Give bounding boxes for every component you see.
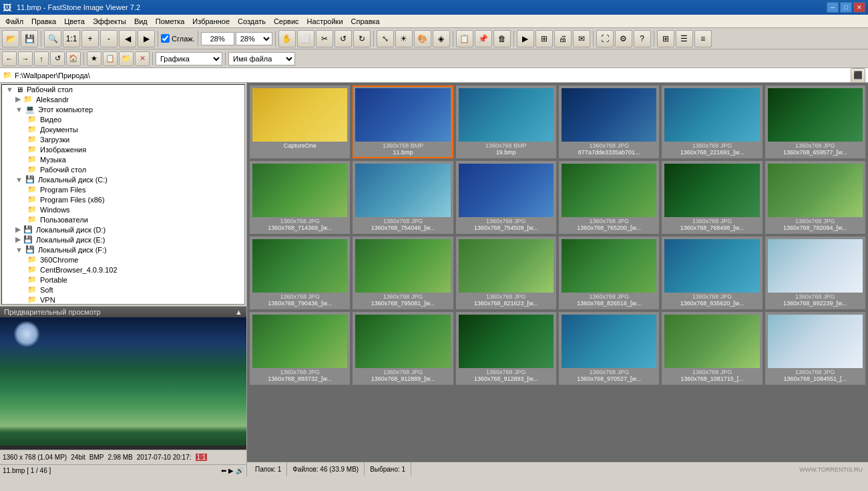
tree-item[interactable]: 📁Документы xyxy=(2,124,244,134)
maximize-button[interactable]: □ xyxy=(840,2,852,13)
zoom-out-button[interactable]: - xyxy=(100,30,118,47)
thumbnail-item[interactable]: 1360x768 JPG1360x768_782094_[w... xyxy=(765,161,865,234)
tree-item[interactable]: 📁Program Files xyxy=(2,184,244,194)
print-button[interactable]: 🖨 xyxy=(554,30,572,47)
preview-collapse-icon[interactable]: ▲ xyxy=(235,308,242,316)
hand-tool-button[interactable]: ✋ xyxy=(278,30,296,47)
thumbnail-item[interactable]: 1360x768 JPG1360x768_912893_[w... xyxy=(456,312,556,385)
menu-item-избранное[interactable]: Избранное xyxy=(188,16,234,27)
settings-button[interactable]: ⚙ xyxy=(615,30,632,47)
thumbnail-item[interactable]: 1360x768 JPG1360x768_221691_[w... xyxy=(662,86,762,158)
next-button[interactable]: ▶ xyxy=(138,30,155,47)
thumbnail-item[interactable]: 1360x768 JPG1360x768_714369_[w... xyxy=(250,161,350,234)
thumbnail-item[interactable]: 1360x768 JPG1360x768_912889_[w... xyxy=(353,312,453,385)
list-view-button[interactable]: ☰ xyxy=(676,30,693,47)
menu-item-правка[interactable]: Правка xyxy=(27,16,60,27)
zoom-select[interactable]: 28%50%100%Fit xyxy=(236,32,272,45)
tree-item[interactable]: ▼💾Локальный диск (C:) xyxy=(2,174,244,184)
filter-select[interactable]: Графика Все файлы xyxy=(156,52,222,65)
nav-copy-path[interactable]: 📋 xyxy=(103,51,118,66)
tree-item[interactable]: 📁Изображения xyxy=(2,144,244,154)
copy-button[interactable]: 📋 xyxy=(456,30,473,47)
tree-item[interactable]: 📁VPN xyxy=(2,295,244,305)
tree-item[interactable]: ▶📁Aleksandr xyxy=(2,94,244,104)
thumbnail-item[interactable]: 1360x768 JPG1360x768_821623_[w... xyxy=(456,236,556,309)
thumbnail-item[interactable]: 1360x768 JPG1360x768_1084551_[... xyxy=(765,312,865,385)
menu-item-цвета[interactable]: Цвета xyxy=(60,16,89,27)
slideshow-button[interactable]: ▶ xyxy=(517,30,534,47)
tree-item[interactable]: 📁Program Files (x86) xyxy=(2,194,244,204)
tree-item[interactable]: 📁Windows xyxy=(2,204,244,214)
tree-item[interactable]: 📁Рабочий стол xyxy=(2,164,244,174)
nav-forward-button[interactable]: → xyxy=(18,51,33,66)
zoom-in-button[interactable]: + xyxy=(81,30,99,47)
nav-back-button[interactable]: ← xyxy=(2,51,17,66)
thumbnail-item[interactable]: 1360x768 JPG1360x768_754509_[w... xyxy=(456,161,556,234)
thumbnail-item[interactable]: 1360x768 BMP11.bmp xyxy=(353,86,453,158)
rotate-right-button[interactable]: ↻ xyxy=(353,30,371,47)
close-button[interactable]: ✕ xyxy=(853,2,865,13)
thumbnail-item[interactable]: 1360x768 JPG1360x768_1081715_[... xyxy=(662,312,762,385)
thumbnail-view-button[interactable]: ⊞ xyxy=(657,30,674,47)
menu-item-справка[interactable]: Справка xyxy=(347,16,384,27)
tree-item[interactable]: ▼🖥Рабочий стол xyxy=(2,85,244,94)
tree-item[interactable]: 📁Загрузки xyxy=(2,134,244,144)
thumbnail-item[interactable]: 1360x768 BMP19.bmp xyxy=(456,86,556,158)
thumbnail-item[interactable]: 1360x768 JPG1360x768_835620_[w... xyxy=(662,236,762,309)
tree-item[interactable]: ▶💾Локальный диск (D:) xyxy=(2,224,244,234)
tree-item[interactable]: 📁Пользователи xyxy=(2,214,244,224)
menu-item-настройки[interactable]: Настройки xyxy=(303,16,347,27)
details-view-button[interactable]: ≡ xyxy=(694,30,712,47)
nav-icons[interactable]: ⬅ ▶ 🔊 xyxy=(221,467,244,474)
rotate-left-button[interactable]: ↺ xyxy=(335,30,352,47)
compare-button[interactable]: ⊞ xyxy=(535,30,553,47)
menu-item-создать[interactable]: Создать xyxy=(234,16,270,27)
smooth-checkbox[interactable]: Сглаж. xyxy=(161,34,195,43)
zoom-value[interactable]: 28% xyxy=(201,32,234,45)
thumbnail-item[interactable]: 1360x768 JPG1360x768_768498_[w... xyxy=(662,161,762,234)
open-button[interactable]: 📂 xyxy=(2,30,19,47)
thumbnail-item[interactable]: 1360x768 JPG1360x768_892239_[w... xyxy=(765,236,865,309)
thumbnail-item[interactable]: 1360x768 JPG1360x768_795081_[w... xyxy=(353,236,453,309)
zoom-actual-button[interactable]: 1:1 xyxy=(63,30,80,47)
menu-item-пометка[interactable]: Пометка xyxy=(152,16,189,27)
tree-item[interactable]: 📁Soft xyxy=(2,285,244,295)
email-button[interactable]: ✉ xyxy=(573,30,590,47)
tree-item[interactable]: 📁360Chrome xyxy=(2,255,244,265)
pathbar-expand[interactable]: ⬛ xyxy=(851,68,865,83)
tree-item[interactable]: 📁Музыка xyxy=(2,154,244,164)
nav-new-folder[interactable]: 📁 xyxy=(119,51,134,66)
help-button[interactable]: ? xyxy=(634,30,651,47)
fullscreen-button[interactable]: ⛶ xyxy=(596,30,614,47)
nav-bookmarks[interactable]: ★ xyxy=(87,51,101,66)
color-button[interactable]: 🎨 xyxy=(414,30,431,47)
sort-select[interactable]: Имя файла Дата Размер xyxy=(228,52,295,65)
thumbnail-item[interactable]: 1360x768 JPG1360x768_765200_[w... xyxy=(559,161,659,234)
nav-delete[interactable]: ✕ xyxy=(135,51,150,66)
thumbnail-item[interactable]: 1360x768 JPG1360x768_893732_[w... xyxy=(250,312,350,385)
thumbnail-item[interactable]: 1360x768 JPG1360x768_659577_[w... xyxy=(765,86,865,158)
smooth-check[interactable] xyxy=(161,34,170,43)
thumbnail-item[interactable]: 1360x768 JPG1360x768_970527_[w... xyxy=(559,312,659,385)
tree-item[interactable]: 📁CentBrowser_4.0.9.102 xyxy=(2,265,244,275)
paste-button[interactable]: 📌 xyxy=(475,30,492,47)
menu-item-файл[interactable]: Файл xyxy=(1,16,27,27)
tree-item[interactable]: ▼💾Локальный диск (F:) xyxy=(2,244,244,255)
thumbnail-area[interactable]: CaptureOne1360x768 BMP11.bmp1360x768 BMP… xyxy=(247,83,868,462)
crop-button[interactable]: ✂ xyxy=(316,30,333,47)
tree-item[interactable]: ▼💻Этот компьютер xyxy=(2,104,244,114)
select-tool[interactable]: ⬜ xyxy=(297,30,314,47)
nav-refresh-button[interactable]: ↺ xyxy=(50,51,65,66)
nav-up-button[interactable]: ↑ xyxy=(34,51,49,66)
tree-item[interactable]: ▶💾Локальный диск (E:) xyxy=(2,234,244,244)
zoom-fit-button[interactable]: 🔍 xyxy=(44,30,61,47)
save-button[interactable]: 💾 xyxy=(21,30,38,47)
delete-button[interactable]: 🗑 xyxy=(493,30,511,47)
thumbnail-item[interactable]: 1360x768 JPG1360x768_826516_[w... xyxy=(559,236,659,309)
menu-item-сервис[interactable]: Сервис xyxy=(270,16,303,27)
thumbnail-item[interactable]: CaptureOne xyxy=(250,86,350,158)
thumbnail-item[interactable]: 1360x768 JPG877a7dde3335ab701... xyxy=(559,86,659,158)
folder-tree[interactable]: ▼🖥Рабочий стол▶📁Aleksandr▼💻Этот компьюте… xyxy=(1,84,245,305)
thumbnail-item[interactable]: 1360x768 JPG1360x768_790436_[w... xyxy=(250,236,350,309)
nav-home-button[interactable]: 🏠 xyxy=(66,51,81,66)
